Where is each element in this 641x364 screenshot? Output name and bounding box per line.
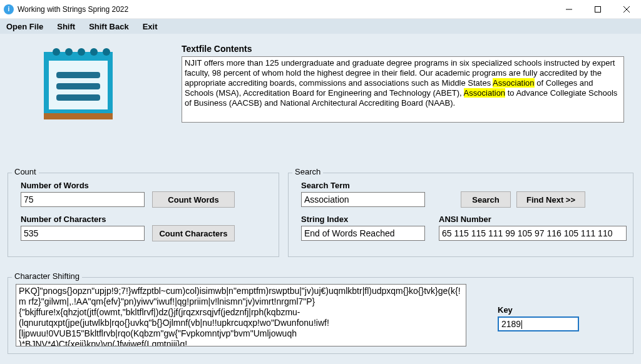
maximize-button[interactable] (583, 0, 612, 19)
window-title: Working with Strings Spring 2022 (18, 5, 128, 14)
count-words-button[interactable]: Count Words (152, 191, 235, 208)
svg-point-13 (90, 48, 98, 56)
menu-shift[interactable]: Shift (57, 22, 75, 31)
chars-label: Number of Characters (21, 215, 106, 224)
menu-exit[interactable]: Exit (143, 22, 158, 31)
textfile-contents[interactable]: NJIT offers more than 125 undergraduate … (182, 56, 624, 123)
find-next-button[interactable]: Find Next >> (516, 191, 585, 208)
svg-point-11 (65, 48, 73, 56)
search-term-field[interactable] (301, 192, 425, 207)
key-label: Key (498, 305, 513, 315)
count-legend: Count (12, 167, 39, 176)
ansi-label: ANSI Number (439, 215, 491, 224)
search-button[interactable]: Search (461, 191, 511, 208)
svg-rect-7 (56, 72, 100, 78)
shift-group: Character Shifting PKQ]"pnogs{}opzn"upjp… (8, 277, 633, 354)
window-controls (555, 0, 641, 19)
search-term-label: Search Term (301, 181, 350, 190)
svg-point-10 (53, 48, 60, 56)
count-group: Count Number of Words Count Words Number… (8, 173, 279, 257)
menu-open-file[interactable]: Open File (6, 22, 43, 31)
textfile-highlight-2: Association (464, 88, 505, 98)
key-field[interactable]: 2189 (498, 316, 579, 331)
textfile-label: Textfile Contents (182, 44, 252, 54)
key-value: 2189 (501, 319, 521, 329)
title-bar: i Working with Strings Spring 2022 (0, 0, 641, 19)
text-caret (521, 320, 522, 329)
string-index-field[interactable] (301, 226, 425, 241)
notepad-icon (38, 42, 119, 123)
words-field[interactable] (21, 192, 145, 207)
textfile-highlight-1: Association (493, 78, 534, 88)
svg-rect-8 (56, 83, 100, 89)
cipher-text-field[interactable]: PKQ]"pnogs{}opzn"upjp!9;7!}wffzptbl~cum)… (16, 284, 466, 346)
svg-point-14 (103, 48, 110, 56)
search-legend: Search (292, 167, 323, 176)
search-group: Search Search Term Search Find Next >> S… (288, 173, 633, 257)
svg-rect-1 (595, 6, 601, 12)
minimize-button[interactable] (555, 0, 583, 19)
string-index-label: String Index (301, 215, 348, 224)
ansi-field[interactable] (439, 226, 627, 241)
client-area: Textfile Contents NJIT offers more than … (0, 34, 641, 364)
menu-shift-back[interactable]: Shift Back (89, 22, 129, 31)
close-button[interactable] (612, 0, 641, 19)
chars-field[interactable] (21, 226, 145, 241)
svg-point-12 (78, 48, 85, 56)
count-chars-button[interactable]: Count Characters (152, 225, 235, 241)
app-icon: i (4, 4, 14, 14)
svg-rect-9 (56, 94, 100, 101)
words-label: Number of Words (21, 181, 89, 190)
menu-bar: Open File Shift Shift Back Exit (0, 19, 641, 34)
shift-legend: Character Shifting (12, 271, 82, 281)
